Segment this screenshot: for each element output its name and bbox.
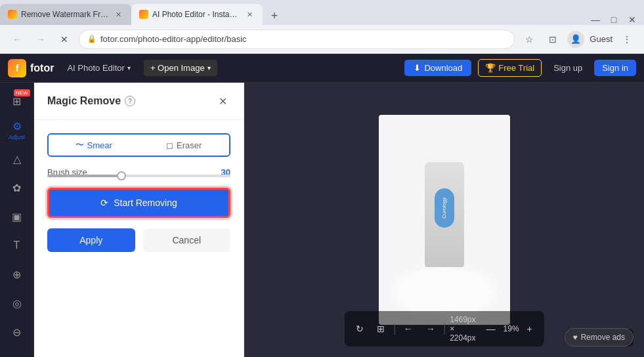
- app-topbar: f fotor AI Photo Editor ▾ + Open Image ▾…: [0, 54, 644, 83]
- zoom-in-button[interactable]: +: [523, 321, 536, 337]
- crop-icon: △: [13, 153, 21, 165]
- nav-bar: ← → ✕ 🔒 fotor.com/photo-editor-app/edito…: [0, 25, 644, 54]
- info-icon[interactable]: ?: [125, 96, 135, 106]
- brush-slider[interactable]: [47, 175, 230, 177]
- bottle-label-text: Curology: [441, 198, 447, 219]
- sidebar-item-text[interactable]: T: [3, 232, 32, 259]
- panel-header: Magic Remove ? ✕: [34, 83, 244, 120]
- rotate-button[interactable]: ↻: [352, 321, 368, 337]
- panel-close-button[interactable]: ✕: [215, 93, 230, 109]
- canvas-area[interactable]: Curology ↻ ⊞ ← → 1469px × 2204px — 19%: [244, 83, 644, 357]
- eraser-icon: ◻: [166, 140, 173, 150]
- adjust-icon: ⚙: [12, 120, 22, 133]
- undo-button[interactable]: ←: [400, 321, 417, 337]
- tab-1[interactable]: Remove Watermark From Photo ✕: [0, 4, 131, 25]
- sidebar-item-elements[interactable]: ⊕: [3, 261, 32, 287]
- sidebar-item-frame[interactable]: ▣: [3, 203, 32, 230]
- tab-title-2: AI Photo Editor - Instant Photo E: [152, 10, 240, 19]
- bookmark-button[interactable]: ☆: [520, 30, 538, 49]
- sidebar-icons: ⊞ NEW ⚙ Adjust △ ✿ ▣ T: [0, 83, 34, 357]
- tab-eraser[interactable]: ◻ Eraser: [139, 135, 230, 156]
- new-badge: NEW: [14, 89, 30, 96]
- logo-icon: f: [8, 59, 26, 77]
- cancel-button[interactable]: Cancel: [143, 228, 231, 252]
- tab-close-2[interactable]: ✕: [244, 9, 255, 20]
- download-button[interactable]: ⬇ Download: [404, 60, 471, 76]
- panel-body: 〜 Smear ◻ Eraser Brush size 30: [34, 120, 244, 265]
- brush-size-section: Brush size 30: [47, 167, 230, 177]
- topbar-right: ⬇ Download 🏆 Free Trial Sign up Sign in: [404, 59, 636, 77]
- brush-slider-container: [47, 175, 230, 177]
- flip-button[interactable]: ⊞: [373, 321, 389, 337]
- sidebar-item-crop[interactable]: △: [3, 146, 32, 172]
- sidebar-item-minus[interactable]: ⊖: [3, 319, 32, 345]
- new-tab-button[interactable]: +: [265, 7, 284, 25]
- open-image-label: + Open Image: [150, 63, 205, 73]
- free-trial-button[interactable]: 🏆 Free Trial: [478, 59, 542, 77]
- sidebar-item-overlay[interactable]: ◎: [3, 290, 32, 316]
- signin-button[interactable]: Sign in: [594, 60, 636, 76]
- eraser-label: Eraser: [177, 140, 202, 150]
- sidebar-item-adjust[interactable]: ⚙ Adjust: [3, 117, 32, 143]
- reload-button[interactable]: ✕: [55, 30, 74, 49]
- tab-favicon-2: [139, 10, 148, 19]
- panel-title-text: Magic Remove: [47, 95, 121, 107]
- address-text: fotor.com/photo-editor-app/editor/basic: [100, 34, 506, 44]
- product-bottle: Curology: [425, 162, 464, 267]
- panel-title: Magic Remove ?: [47, 95, 215, 107]
- sidebar-item-retouch[interactable]: ✿: [3, 175, 32, 201]
- signup-button[interactable]: Sign up: [548, 60, 588, 76]
- bottle-label: Curology: [435, 188, 454, 228]
- tab-bar-right: — □ ✕: [284, 14, 644, 25]
- tab-smear[interactable]: 〜 Smear: [47, 133, 140, 157]
- fotor-logo: f fotor: [8, 59, 54, 77]
- zoom-level: 19%: [504, 324, 519, 333]
- text-icon: T: [14, 240, 20, 251]
- splash-effect: [392, 266, 497, 318]
- start-removing-label: Start Removing: [114, 198, 177, 208]
- app-area: f fotor AI Photo Editor ▾ + Open Image ▾…: [0, 54, 644, 357]
- open-image-button[interactable]: + Open Image ▾: [144, 60, 217, 76]
- remove-ads-label: Remove ads: [581, 333, 625, 342]
- maximize-button[interactable]: □: [607, 14, 620, 25]
- ai-photo-editor-label: AI Photo Editor: [67, 63, 124, 73]
- overlay-icon: ◎: [12, 297, 22, 310]
- zoom-out-button[interactable]: —: [483, 321, 500, 337]
- tab-2[interactable]: AI Photo Editor - Instant Photo E ✕: [131, 4, 263, 25]
- grid-icon: ⊞: [12, 95, 21, 108]
- signin-label: Sign in: [602, 63, 628, 73]
- signup-label: Sign up: [553, 63, 582, 73]
- heart-icon: ♥: [573, 333, 578, 342]
- frame-icon: ▣: [12, 211, 22, 223]
- main-content: ⊞ NEW ⚙ Adjust △ ✿ ▣ T: [0, 83, 644, 357]
- tab-bar: Remove Watermark From Photo ✕ AI Photo E…: [0, 0, 644, 25]
- removing-icon: ⟳: [100, 198, 108, 208]
- canvas-image: Curology: [379, 115, 510, 325]
- forward-button[interactable]: →: [32, 30, 50, 49]
- tab-close-1[interactable]: ✕: [113, 9, 123, 20]
- start-removing-button[interactable]: ⟳ Start Removing: [47, 188, 230, 218]
- nav-right: ☆ ⊡ 👤 Guest ⋮: [520, 30, 636, 49]
- profile-name: Guest: [590, 34, 612, 44]
- back-button[interactable]: ←: [8, 30, 26, 49]
- profile-icon[interactable]: 👤: [567, 31, 584, 48]
- split-view-button[interactable]: ⊡: [544, 30, 562, 49]
- remove-ads-button[interactable]: ♥ Remove ads: [565, 328, 634, 346]
- cancel-label: Cancel: [172, 235, 201, 245]
- tab-favicon-1: [8, 10, 17, 19]
- browser-window: Remove Watermark From Photo ✕ AI Photo E…: [0, 0, 644, 357]
- trophy-icon: 🏆: [485, 63, 496, 73]
- action-row: Apply Cancel: [47, 228, 230, 252]
- address-bar[interactable]: 🔒 fotor.com/photo-editor-app/editor/basi…: [79, 30, 515, 49]
- zoom-controls: — 19% +: [483, 321, 536, 337]
- apply-button[interactable]: Apply: [47, 228, 135, 252]
- close-button[interactable]: ✕: [626, 14, 639, 25]
- redo-button[interactable]: →: [422, 321, 439, 337]
- slider-thumb[interactable]: [117, 171, 126, 180]
- open-image-dropdown-icon: ▾: [207, 64, 211, 72]
- minimize-button[interactable]: —: [589, 14, 602, 25]
- canvas-toolbar: ↻ ⊞ ← → 1469px × 2204px — 19% +: [344, 311, 544, 346]
- ai-photo-editor-button[interactable]: AI Photo Editor ▾: [62, 60, 135, 75]
- download-label: Download: [424, 63, 462, 73]
- menu-button[interactable]: ⋮: [618, 30, 636, 49]
